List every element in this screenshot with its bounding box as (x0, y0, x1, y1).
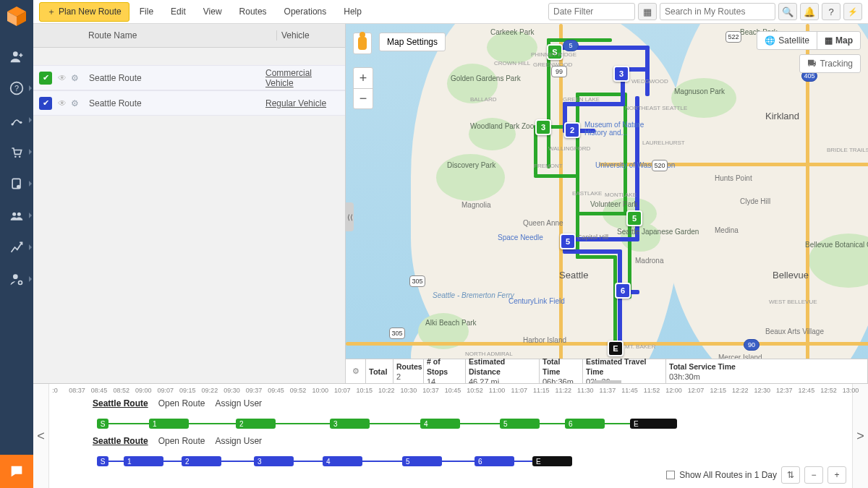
map-label: Seattle Japanese Garden (617, 228, 699, 236)
timeline-panel: < > :008:3708:4508:5209:0009:0709:1509:2… (33, 383, 868, 488)
timeline-route-name[interactable]: Seattle Route (93, 398, 148, 408)
route-vehicle[interactable]: Commercial Vehicle (265, 68, 345, 88)
assign-user-link[interactable]: Assign User (215, 436, 262, 446)
timeline-zoom-in-button[interactable]: + (827, 466, 846, 484)
topbar-help-icon[interactable]: ? (822, 3, 841, 20)
nav-orders[interactable] (0, 136, 33, 168)
route-checkbox[interactable]: ✔ (39, 97, 52, 110)
svg-point-6 (12, 123, 14, 125)
route-list-panel: Route Name Vehicle ✔ 👁 ⚙ Seattle Route C… (33, 24, 346, 383)
zoom-out-button[interactable]: − (354, 88, 373, 108)
stats-cell: # of Stops14 (424, 359, 466, 383)
plus-icon: ＋ (47, 6, 56, 18)
visibility-icon[interactable]: 👁 (58, 73, 67, 83)
timeline-tick: 08:52 (113, 387, 129, 394)
timeline-tick: 11:07 (511, 387, 527, 394)
road-shield: 5 (563, 40, 579, 51)
map-type-satellite[interactable]: 🌐Satellite (757, 32, 817, 49)
search-icon[interactable]: 🔍 (778, 3, 797, 20)
timeline-stop[interactable]: 4 (323, 456, 362, 466)
route-checkbox[interactable]: ✔ (39, 72, 52, 85)
plan-new-route-button[interactable]: ＋ Plan New Route (39, 2, 129, 22)
timeline-stop[interactable]: 4 (420, 419, 460, 429)
tracking-button[interactable]: ⛟Tracking (799, 54, 861, 73)
visibility-icon[interactable]: 👁 (58, 98, 67, 108)
date-filter-input[interactable] (548, 3, 635, 20)
map[interactable]: S 3 3 2 5 5 6 E Carkeek Park Golden Gard… (346, 24, 868, 383)
map-marker[interactable]: 3 (535, 119, 551, 135)
timeline-stop[interactable]: 3 (330, 419, 370, 429)
nav-address-book[interactable] (0, 168, 33, 200)
map-label: Discovery Park (447, 161, 495, 169)
map-label: WALLINGFORD (548, 145, 590, 152)
assign-user-link[interactable]: Assign User (215, 398, 262, 408)
timeline-tick: 09:15 (179, 387, 196, 394)
menu-view[interactable]: View (196, 4, 229, 20)
timeline-stop-end[interactable]: E (532, 456, 572, 466)
timeline-stop[interactable]: 5 (500, 419, 540, 429)
open-route-link[interactable]: Open Route (158, 436, 205, 446)
timeline-tick: 09:22 (202, 387, 218, 394)
timeline-stop[interactable]: 3 (254, 456, 294, 466)
chat-button[interactable] (0, 455, 33, 488)
map-marker[interactable]: 6 (615, 283, 631, 299)
timeline-stop-start[interactable]: S (97, 419, 109, 429)
map-label: Bellevue (773, 270, 809, 281)
collapse-handle[interactable]: ⟨⟨ (346, 202, 354, 231)
zoom-in-button[interactable]: + (354, 68, 373, 88)
nav-analytics[interactable] (0, 231, 33, 263)
timeline-next[interactable]: > (852, 384, 868, 488)
timeline-track[interactable]: S123456E (55, 417, 846, 430)
menu-edit[interactable]: Edit (163, 4, 193, 20)
timeline-stop[interactable]: 1 (149, 419, 189, 429)
stats-gear-icon[interactable]: ⚙ (346, 359, 366, 383)
timeline-stop[interactable]: 6 (565, 419, 605, 429)
map-marker[interactable]: 5 (626, 210, 642, 226)
route-vehicle[interactable]: Regular Vehicle (265, 98, 345, 108)
streetview-pegman[interactable] (353, 33, 372, 54)
route-row[interactable]: ✔ 👁 ⚙ Seattle Route Regular Vehicle (33, 90, 345, 116)
nav-add-person[interactable] (0, 40, 33, 72)
timeline-stop-end[interactable]: E (630, 419, 677, 429)
map-label: MONTLAKE (605, 192, 637, 198)
menu-operations[interactable]: Operations (277, 4, 334, 20)
timeline-zoom-out-button[interactable]: − (804, 466, 823, 484)
search-input[interactable] (660, 3, 775, 20)
timeline-stop[interactable]: 6 (475, 456, 514, 466)
timeline-stop[interactable]: 1 (124, 456, 163, 466)
map-type-switch: 🌐Satellite ▦Map (757, 31, 861, 50)
map-marker[interactable]: 2 (564, 122, 580, 138)
menu-routes[interactable]: Routes (232, 4, 274, 20)
map-marker[interactable]: 5 (560, 234, 576, 249)
nav-help[interactable]: ? (0, 72, 33, 104)
timeline-stop[interactable]: 5 (402, 456, 442, 466)
show-all-checkbox[interactable] (666, 471, 675, 479)
open-route-link[interactable]: Open Route (158, 398, 205, 408)
gear-icon[interactable]: ⚙ (71, 73, 79, 83)
timeline-stop-start[interactable]: S (97, 456, 109, 466)
nav-admin[interactable] (0, 263, 33, 295)
timeline-route-name[interactable]: Seattle Route (93, 436, 148, 446)
timeline-sort-button[interactable]: ⇅ (781, 466, 800, 484)
map-marker[interactable]: 3 (613, 66, 629, 82)
map-type-map[interactable]: ▦Map (817, 32, 860, 49)
route-row[interactable]: ✔ 👁 ⚙ Seattle Route Commercial Vehicle (33, 65, 345, 90)
calendar-icon[interactable]: ▦ (638, 3, 657, 20)
timeline-lane: Seattle Route Open Route Assign User S12… (55, 398, 846, 435)
map-settings-button[interactable]: Map Settings (379, 33, 446, 51)
timeline-stop[interactable]: 2 (236, 419, 276, 429)
menu-file[interactable]: File (132, 4, 161, 20)
timeline-tick: 11:15 (533, 387, 550, 394)
nav-team[interactable] (0, 200, 33, 231)
menu-help[interactable]: Help (336, 4, 369, 20)
timeline-stop[interactable]: 2 (182, 456, 221, 466)
timeline-tick: 10:52 (467, 387, 483, 394)
svg-text:?: ? (14, 84, 19, 93)
timeline-prev[interactable]: < (33, 384, 49, 488)
nav-routes[interactable] (0, 104, 33, 136)
gear-icon[interactable]: ⚙ (71, 98, 79, 108)
quick-action-icon[interactable]: ⚡ (843, 3, 862, 20)
map-marker-end[interactable]: E (608, 341, 624, 356)
map-label: EASTLAKE (572, 190, 602, 197)
notifications-icon[interactable]: 🔔 (800, 3, 819, 20)
